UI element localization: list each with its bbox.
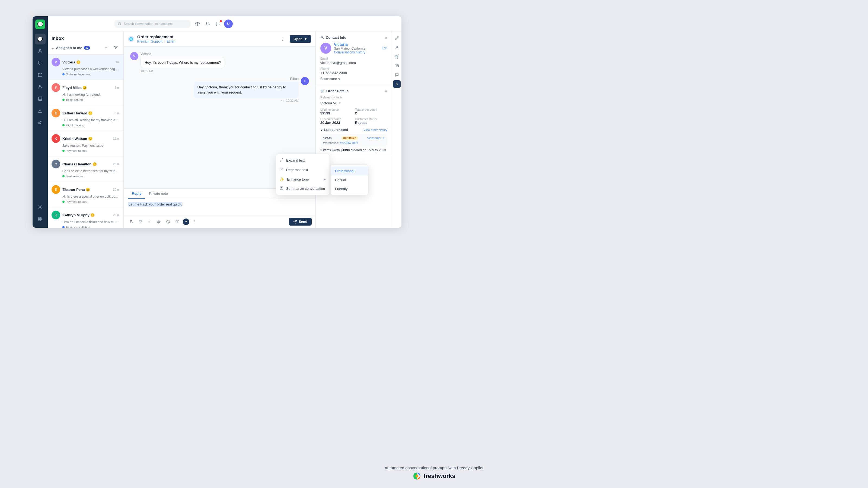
conv-item-esther[interactable]: E Esther Howard 🙂 3 m Hi, I am still wai…: [48, 105, 123, 131]
filter-label: Assigned to me 12: [56, 46, 100, 50]
chat-icon: [216, 22, 220, 26]
phone-label: Phone: [320, 67, 388, 70]
svg-rect-7: [41, 220, 42, 221]
filter-row: ≡ Assigned to me 12: [52, 44, 120, 52]
tag-dot-victoria: [62, 73, 65, 75]
strip-s-icon[interactable]: S: [393, 80, 401, 88]
order-item-top: 12445 Unfulfilled View order ↗: [323, 136, 384, 140]
svg-point-18: [396, 46, 397, 47]
conv-item-charles[interactable]: C Charles Hamilton 😊 20 m Can I select a…: [48, 156, 123, 182]
summarize-icon: [280, 186, 283, 191]
rephrase-text-item[interactable]: Rephrase text: [276, 165, 330, 174]
chevron-down-show-more: ∨: [338, 77, 340, 81]
contact-info-collapse-btn[interactable]: ∧: [384, 35, 388, 40]
casual-item[interactable]: Casual: [331, 175, 368, 184]
contact-name[interactable]: Victoria: [334, 42, 379, 46]
show-more-label: Show more: [320, 77, 337, 81]
chat-tag1: Premium Support: [137, 40, 162, 43]
sidebar-item-contacts[interactable]: [35, 45, 45, 56]
show-more-btn[interactable]: Show more ∨: [320, 77, 388, 81]
topbar-icons: U: [193, 20, 233, 28]
conv-preview-charles: Can I select a better seat for my wife..…: [52, 169, 120, 173]
attachment-icon[interactable]: [155, 218, 163, 226]
conv-time-eleanor: 20 m: [113, 188, 120, 191]
private-note-tab[interactable]: Private note: [145, 189, 172, 199]
order-details-collapse-btn[interactable]: ∧: [384, 89, 388, 93]
send-btn[interactable]: Send: [289, 218, 312, 226]
sidebar-item-contacts2[interactable]: [35, 82, 45, 92]
friendly-item[interactable]: Friendly: [331, 184, 368, 193]
filter-btn[interactable]: [112, 44, 120, 52]
conv-item-eleanor[interactable]: E Eleanor Pena 😊 20 m Hi, Is there a spe…: [48, 182, 123, 207]
more-toolbar-icon[interactable]: ⋮: [191, 218, 198, 226]
bell-icon: [205, 22, 210, 26]
svg-point-14: [166, 220, 170, 223]
conv-item-victoria[interactable]: V Victoria 😊 1m Victoria purchases a wee…: [48, 55, 123, 80]
more-options-btn[interactable]: ⋮: [279, 35, 286, 43]
enhance-tone-item[interactable]: ✨ Enhance tone ▶: [276, 174, 330, 184]
grid-icon: [38, 217, 42, 222]
tag-dot-floyd: [62, 99, 65, 101]
expand-text-item[interactable]: Expand text: [276, 156, 330, 165]
strip-cart-icon[interactable]: 🛒: [393, 53, 401, 60]
related-contacts-label: Related contacts: [320, 96, 343, 99]
conv-tag-kathryn: Ticket cancellation: [52, 226, 90, 228]
sidebar-item-conversations[interactable]: [35, 58, 45, 68]
user-avatar[interactable]: U: [224, 20, 233, 28]
conversations-history-link[interactable]: Conversations history: [334, 51, 379, 54]
conv-item-kathryn[interactable]: K Kathryn Murphy 😊 20 m How do I cancel …: [48, 207, 123, 228]
professional-item[interactable]: Professional: [331, 166, 368, 175]
sidebar-item-knowledge[interactable]: [35, 93, 45, 104]
conv-item-kristin[interactable]: K Kristin Watson 😠 12 m Jake Austen: Pay…: [48, 131, 123, 156]
sidebar-item-campaigns[interactable]: [35, 117, 45, 128]
view-order-link[interactable]: View order ↗: [367, 136, 384, 140]
reply-tab[interactable]: Reply: [128, 189, 145, 199]
bell-icon-btn[interactable]: [204, 20, 212, 28]
gift-icon-btn[interactable]: [193, 20, 202, 28]
contact-info-section: Contact info ∧ V Victoria San Mateo, Cal…: [316, 31, 392, 85]
related-contacts-value: Victoria Vu: [320, 101, 337, 105]
svg-rect-5: [41, 217, 42, 219]
sidebar-item-import[interactable]: [35, 105, 45, 116]
format-icon[interactable]: [146, 218, 154, 226]
copilot-icon[interactable]: ✦: [183, 219, 189, 225]
sidebar-item-apps[interactable]: [35, 214, 45, 225]
strip-camera-icon[interactable]: [393, 62, 401, 69]
edit-contact-btn[interactable]: Edit: [382, 46, 388, 50]
sort-btn[interactable]: [102, 44, 110, 52]
summarize-item[interactable]: Summarize conversation: [276, 184, 330, 193]
image-icon[interactable]: [137, 218, 144, 226]
rephrase-text-label: Rephrase text: [286, 168, 308, 172]
open-btn[interactable]: Open ▼: [290, 35, 311, 43]
conv-item-floyd[interactable]: F Floyd Miles 😐 3 m Hi, I am looking for…: [48, 80, 123, 105]
conv-time-victoria: 1m: [116, 61, 120, 64]
strip-user-icon[interactable]: [393, 43, 401, 51]
user-icon: [38, 84, 42, 89]
bold-icon[interactable]: [127, 218, 135, 226]
reply-input[interactable]: Let me track your order real quick.: [124, 199, 315, 215]
avatar-esther: E: [52, 109, 60, 118]
right-panel: Contact info ∧ V Victoria San Mateo, Cal…: [316, 31, 392, 228]
view-order-history-link[interactable]: View order history: [364, 128, 388, 131]
conv-name-charles: Charles Hamilton 😊: [62, 162, 111, 166]
sidebar-item-reports[interactable]: [35, 69, 45, 80]
search-bar[interactable]: Search conversation, contacts,etc.: [115, 20, 190, 28]
quote-icon[interactable]: [174, 218, 181, 226]
sidebar-item-settings[interactable]: [35, 202, 45, 213]
emoji-picker-icon[interactable]: [164, 218, 172, 226]
warehouse-text: Warehouse: #7299671897: [323, 141, 384, 144]
svg-marker-10: [114, 46, 118, 50]
customer-status-item: Customer status Repeat: [355, 118, 388, 125]
strip-chat-icon[interactable]: [393, 71, 401, 78]
conv-time-charles: 20 m: [113, 162, 120, 166]
strip-expand-icon[interactable]: [393, 34, 401, 42]
chat-icon-btn[interactable]: [214, 20, 222, 28]
send-icon: [293, 220, 297, 224]
nav-logo[interactable]: 💬: [35, 20, 45, 29]
main-topbar: Search conversation, contacts,etc.: [48, 16, 401, 31]
conv-tag-charles: Seat selection: [52, 174, 84, 178]
msg-time-ethan: ✓✓ 10:32 AM: [194, 99, 299, 102]
last-purchased-title: ∨ Last purchased: [320, 128, 348, 132]
sidebar-item-inbox[interactable]: 💬: [35, 34, 45, 44]
contact-location: San Mateo, California: [334, 46, 379, 51]
